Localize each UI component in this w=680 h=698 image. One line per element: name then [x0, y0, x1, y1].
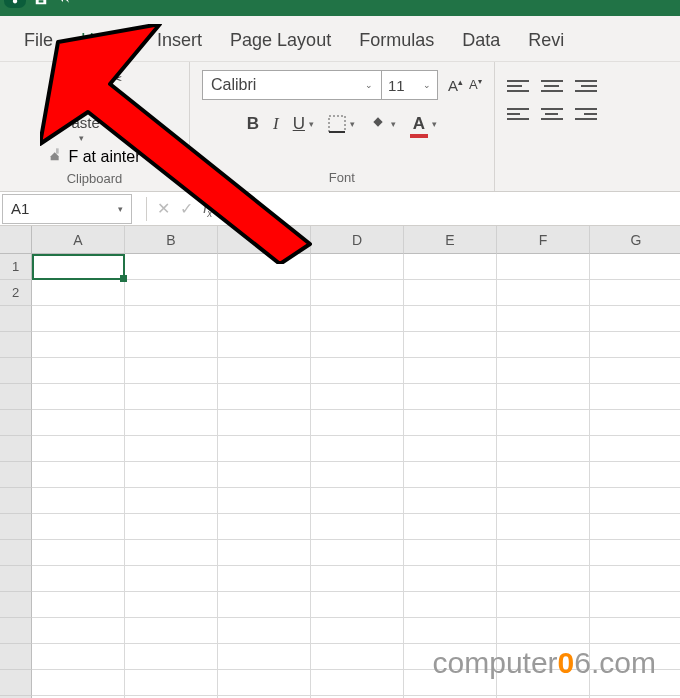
cell[interactable] [218, 514, 311, 540]
cell[interactable] [311, 540, 404, 566]
cell[interactable] [311, 462, 404, 488]
cell[interactable] [404, 514, 497, 540]
copy-button[interactable]: y ▾ [110, 98, 128, 114]
cell[interactable] [497, 488, 590, 514]
cell[interactable] [497, 540, 590, 566]
cell[interactable] [497, 306, 590, 332]
cell[interactable] [125, 644, 218, 670]
cell[interactable] [497, 332, 590, 358]
cell[interactable] [311, 280, 404, 306]
row-header[interactable] [0, 436, 32, 462]
bold-button[interactable]: B [247, 114, 259, 134]
cell[interactable] [125, 332, 218, 358]
cell[interactable] [125, 462, 218, 488]
font-color-button[interactable]: A ▾ [410, 114, 437, 134]
cell[interactable] [218, 566, 311, 592]
cell[interactable] [32, 254, 125, 280]
cell[interactable] [590, 488, 680, 514]
cell[interactable] [497, 410, 590, 436]
cell[interactable] [125, 592, 218, 618]
cell[interactable] [404, 410, 497, 436]
row-header[interactable] [0, 488, 32, 514]
cell[interactable] [311, 670, 404, 696]
format-painter-button[interactable]: F at ainter [48, 147, 140, 167]
cell[interactable] [125, 254, 218, 280]
cell[interactable] [404, 384, 497, 410]
align-center-button[interactable] [541, 108, 563, 120]
cell[interactable] [404, 462, 497, 488]
cell[interactable] [125, 436, 218, 462]
align-top-button[interactable] [507, 80, 529, 92]
undo-icon[interactable] [56, 0, 70, 9]
column-header[interactable]: G [590, 226, 680, 254]
cell[interactable] [218, 644, 311, 670]
align-middle-button[interactable] [541, 80, 563, 92]
cell[interactable] [590, 618, 680, 644]
tab-formulas[interactable]: Formulas [349, 26, 444, 59]
cell[interactable] [404, 540, 497, 566]
cell[interactable] [311, 436, 404, 462]
row-header[interactable] [0, 644, 32, 670]
fill-color-button[interactable]: ▾ [369, 114, 396, 134]
cell[interactable] [125, 514, 218, 540]
font-name-combo[interactable]: Calibri ⌄ [202, 70, 382, 100]
cell[interactable] [311, 618, 404, 644]
cell[interactable] [125, 670, 218, 696]
column-header[interactable]: D [311, 226, 404, 254]
italic-button[interactable]: I [273, 114, 279, 134]
cell[interactable] [32, 280, 125, 306]
cell[interactable] [404, 280, 497, 306]
cell[interactable] [497, 592, 590, 618]
fx-icon[interactable]: fx [203, 199, 212, 219]
cell[interactable] [218, 462, 311, 488]
cell[interactable] [311, 566, 404, 592]
cell[interactable] [404, 488, 497, 514]
cell[interactable] [218, 540, 311, 566]
tab-review[interactable]: Revi [518, 26, 574, 59]
borders-button[interactable]: ▾ [328, 115, 355, 133]
row-header[interactable] [0, 540, 32, 566]
column-header[interactable]: C [218, 226, 311, 254]
row-header[interactable] [0, 592, 32, 618]
cell[interactable] [32, 566, 125, 592]
cell[interactable] [404, 618, 497, 644]
cell[interactable] [497, 514, 590, 540]
cell[interactable] [590, 332, 680, 358]
cell[interactable] [125, 488, 218, 514]
cell[interactable] [404, 306, 497, 332]
cell[interactable] [32, 540, 125, 566]
tab-data[interactable]: Data [452, 26, 510, 59]
cell[interactable] [590, 280, 680, 306]
cell[interactable] [404, 332, 497, 358]
row-header[interactable] [0, 332, 32, 358]
cell[interactable] [497, 618, 590, 644]
cell[interactable] [311, 306, 404, 332]
cell[interactable] [218, 332, 311, 358]
cell[interactable] [125, 306, 218, 332]
cell[interactable] [497, 280, 590, 306]
cell[interactable] [125, 618, 218, 644]
cell[interactable] [218, 254, 311, 280]
autosave-pill[interactable]: ● [4, 0, 26, 8]
tab-file[interactable]: File [14, 26, 63, 59]
cell[interactable] [32, 436, 125, 462]
cell[interactable] [311, 358, 404, 384]
cell[interactable] [590, 514, 680, 540]
cell[interactable] [590, 410, 680, 436]
paste-button[interactable]: Paste ▾ [61, 70, 99, 143]
cell[interactable] [311, 514, 404, 540]
underline-button[interactable]: U▾ [293, 114, 314, 134]
tab-page-layout[interactable]: Page Layout [220, 26, 341, 59]
cell[interactable] [218, 280, 311, 306]
align-right-button[interactable] [575, 108, 597, 120]
increase-font-size-button[interactable]: A▴ [448, 77, 463, 94]
row-header[interactable]: 2 [0, 280, 32, 306]
cell[interactable] [218, 306, 311, 332]
cell[interactable] [590, 384, 680, 410]
column-header[interactable]: E [404, 226, 497, 254]
cell[interactable] [404, 254, 497, 280]
cell[interactable] [32, 410, 125, 436]
cell[interactable] [311, 332, 404, 358]
cell[interactable] [32, 514, 125, 540]
cell[interactable] [311, 592, 404, 618]
